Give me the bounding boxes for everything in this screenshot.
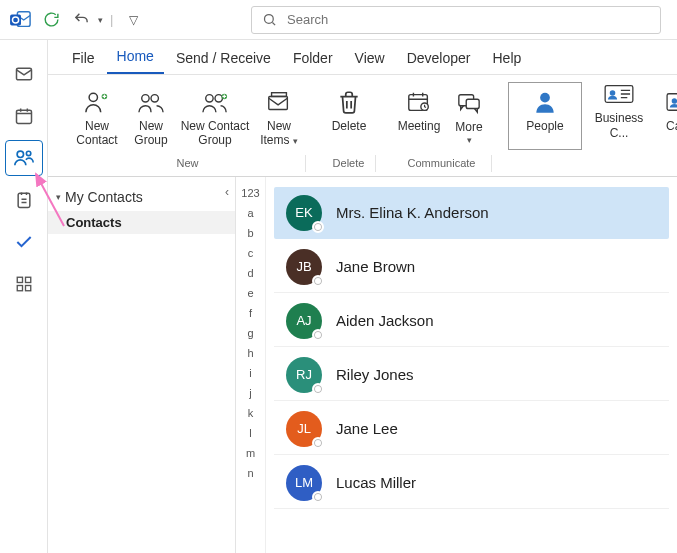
svg-rect-8 <box>18 193 30 207</box>
contact-row[interactable]: JLJane Lee <box>274 403 669 455</box>
nav-calendar[interactable] <box>5 98 43 134</box>
contact-name: Jane Brown <box>336 258 415 275</box>
svg-rect-9 <box>17 277 22 282</box>
tab-sendreceive[interactable]: Send / Receive <box>166 44 281 74</box>
group-label-communicate: Communicate <box>392 155 492 172</box>
avatar: RJ <box>286 357 322 393</box>
outlook-logo <box>8 9 34 31</box>
card-icon <box>665 85 677 119</box>
contact-row[interactable]: RJRiley Jones <box>274 349 669 401</box>
search-icon <box>262 12 277 27</box>
index-letter[interactable]: i <box>249 367 251 379</box>
view-business-card[interactable]: Business C... <box>582 75 656 156</box>
undo-icon[interactable] <box>70 9 92 31</box>
cmd-new-items[interactable]: New Items ▾ <box>252 83 306 150</box>
svg-point-15 <box>142 94 149 101</box>
nav-todo[interactable] <box>5 224 43 260</box>
svg-point-7 <box>26 151 30 155</box>
cmd-new-group[interactable]: New Group <box>124 83 178 150</box>
index-letter[interactable]: g <box>247 327 253 339</box>
tab-view[interactable]: View <box>345 44 395 74</box>
svg-point-16 <box>151 94 158 101</box>
index-letter[interactable]: h <box>247 347 253 359</box>
svg-point-3 <box>265 15 274 24</box>
contact-name: Riley Jones <box>336 366 414 383</box>
cmd-new-contact-group[interactable]: New Contact Group <box>178 83 252 150</box>
undo-chevron-icon[interactable]: ▾ <box>98 15 103 25</box>
contact-list: EKMrs. Elina K. AndersonJBJane BrownAJAi… <box>266 177 677 553</box>
presence-indicator <box>312 221 324 233</box>
group-icon <box>136 85 166 119</box>
search-box[interactable] <box>251 6 661 34</box>
avatar: JL <box>286 411 322 447</box>
tab-developer[interactable]: Developer <box>397 44 481 74</box>
presence-indicator <box>312 329 324 341</box>
contact-name: Lucas Miller <box>336 474 416 491</box>
nav-mail[interactable] <box>5 56 43 92</box>
tab-folder[interactable]: Folder <box>283 44 343 74</box>
tab-home[interactable]: Home <box>107 42 164 74</box>
index-letter[interactable]: f <box>249 307 252 319</box>
trash-icon <box>336 85 362 119</box>
contact-name: Jane Lee <box>336 420 398 437</box>
cmd-new-contact[interactable]: New Contact <box>70 83 124 150</box>
view-people[interactable]: People <box>508 82 582 151</box>
contact-name: Mrs. Elina K. Anderson <box>336 204 489 221</box>
index-letter[interactable]: a <box>247 207 253 219</box>
svg-rect-20 <box>269 96 288 109</box>
folder-pane: ‹ ▾ My Contacts Contacts <box>48 177 236 553</box>
folder-node-contacts[interactable]: Contacts <box>48 211 235 234</box>
svg-rect-25 <box>466 100 479 109</box>
cmd-meeting[interactable]: Meeting <box>392 83 446 150</box>
group-label-new: New <box>70 155 306 172</box>
chevron-down-icon: ▾ <box>293 136 298 146</box>
folder-group-header[interactable]: ▾ My Contacts <box>48 177 235 211</box>
svg-point-28 <box>610 91 616 97</box>
svg-point-30 <box>672 98 677 104</box>
svg-rect-5 <box>16 110 31 123</box>
contact-group-icon <box>200 85 230 119</box>
index-letter[interactable]: j <box>249 387 251 399</box>
nav-notes[interactable] <box>5 182 43 218</box>
index-letter[interactable]: b <box>247 227 253 239</box>
business-card-icon <box>603 77 635 111</box>
customize-qat-icon[interactable]: ▽ <box>122 9 144 31</box>
svg-point-26 <box>540 92 550 102</box>
cmd-delete[interactable]: Delete <box>322 83 376 150</box>
index-letter[interactable]: k <box>248 407 254 419</box>
cmd-more[interactable]: More ▾ <box>446 84 492 147</box>
svg-point-17 <box>206 94 213 101</box>
contact-row[interactable]: EKMrs. Elina K. Anderson <box>274 187 669 239</box>
tab-file[interactable]: File <box>62 44 105 74</box>
speech-bubble-icon <box>456 86 482 120</box>
search-input[interactable] <box>285 11 650 28</box>
index-letter[interactable]: d <box>247 267 253 279</box>
contact-row[interactable]: JBJane Brown <box>274 241 669 293</box>
tab-help[interactable]: Help <box>482 44 531 74</box>
index-letter[interactable]: e <box>247 287 253 299</box>
contact-row[interactable]: LMLucas Miller <box>274 457 669 509</box>
nav-more-apps[interactable] <box>5 266 43 302</box>
svg-rect-12 <box>25 286 30 291</box>
refresh-icon[interactable] <box>40 9 62 31</box>
index-letter[interactable]: 123 <box>241 187 259 199</box>
index-letter[interactable]: l <box>249 427 251 439</box>
presence-indicator <box>312 383 324 395</box>
avatar: JB <box>286 249 322 285</box>
alpha-index[interactable]: 123abcdefghijklmn <box>236 177 266 553</box>
view-card[interactable]: Card <box>656 83 677 150</box>
presence-indicator <box>312 275 324 287</box>
person-plus-icon <box>82 85 112 119</box>
avatar: LM <box>286 465 322 501</box>
contact-row[interactable]: AJAiden Jackson <box>274 295 669 347</box>
collapse-pane-icon[interactable]: ‹ <box>225 185 229 199</box>
presence-indicator <box>312 437 324 449</box>
nav-people[interactable] <box>5 140 43 176</box>
svg-point-13 <box>89 93 97 101</box>
avatar: EK <box>286 195 322 231</box>
index-letter[interactable]: m <box>246 447 255 459</box>
index-letter[interactable]: c <box>248 247 254 259</box>
svg-rect-11 <box>17 286 22 291</box>
index-letter[interactable]: n <box>247 467 253 479</box>
svg-point-6 <box>17 151 23 157</box>
